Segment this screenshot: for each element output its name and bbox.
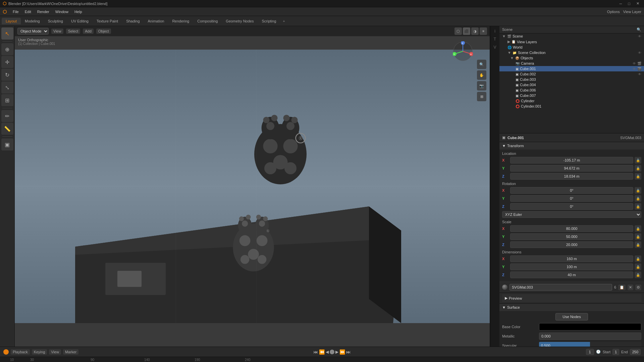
outliner-search-icon[interactable]: 🔍 bbox=[637, 27, 641, 32]
cube001-eye[interactable]: 👁 bbox=[633, 67, 636, 71]
tool-rotate[interactable]: ↻ bbox=[1, 69, 13, 81]
mat-settings-btn[interactable]: ⚙ bbox=[635, 285, 641, 290]
outliner-cube001[interactable]: ▣ Cube.001 👁 🎬 bbox=[499, 66, 644, 71]
camera-render[interactable]: 🎬 bbox=[637, 62, 641, 65]
rendered-btn[interactable]: ☀ bbox=[480, 27, 487, 35]
scale-z-field[interactable]: 20.000 bbox=[510, 241, 633, 248]
solid-btn[interactable]: ⬛ bbox=[463, 27, 470, 35]
outliner-cube004[interactable]: ▣ Cube.004 bbox=[499, 82, 644, 87]
mat-new-btn[interactable]: 📋 bbox=[618, 285, 626, 290]
tab-texture-paint[interactable]: Texture Paint bbox=[93, 18, 122, 24]
transform-header[interactable]: ▼ Transform bbox=[499, 142, 644, 149]
tool-move[interactable]: ✛ bbox=[1, 56, 13, 68]
rot-z-field[interactable]: 0° bbox=[510, 203, 633, 210]
menu-help[interactable]: Help bbox=[72, 9, 85, 14]
outliner-view-layers[interactable]: ▶ 📋 View Layers bbox=[505, 39, 644, 45]
object-btn[interactable]: Object bbox=[96, 28, 111, 34]
scale-y-field[interactable]: 50.000 bbox=[510, 233, 633, 240]
viewport[interactable]: Object Mode View Select Add Object ⬡ ⬛ ◑… bbox=[15, 26, 490, 347]
select-btn[interactable]: Select bbox=[66, 28, 80, 34]
scale-x-lock[interactable]: 🔒 bbox=[635, 225, 641, 232]
current-frame[interactable]: 1 bbox=[586, 349, 594, 355]
start-frame[interactable]: 1 bbox=[612, 349, 619, 355]
object-mode-select[interactable]: Object Mode bbox=[17, 28, 49, 35]
rot-y-lock[interactable]: 🔒 bbox=[635, 195, 641, 202]
menu-file[interactable]: File bbox=[10, 9, 21, 14]
menu-edit[interactable]: Edit bbox=[22, 9, 34, 14]
use-nodes-btn[interactable]: Use Nodes bbox=[555, 313, 588, 320]
viewport-gizmo[interactable]: Z X Y bbox=[453, 41, 473, 62]
outliner-world[interactable]: 🌐 World bbox=[505, 45, 644, 50]
metallic-field[interactable]: 0.000 bbox=[539, 333, 641, 340]
tab-sculpting[interactable]: Sculpting bbox=[44, 18, 67, 24]
surface-header[interactable]: ▼ Settings Surface bbox=[499, 304, 644, 311]
rot-x-field[interactable]: 0° bbox=[510, 187, 633, 194]
mat-del-btn[interactable]: ✕ bbox=[628, 285, 633, 290]
eye-icon[interactable]: 👁 bbox=[638, 35, 641, 38]
dim-z-lock[interactable]: 🔒 bbox=[635, 272, 641, 278]
loc-y-field[interactable]: 94.672 m bbox=[510, 165, 633, 172]
record-btn[interactable] bbox=[330, 350, 334, 354]
lookdev-btn[interactable]: ◑ bbox=[471, 27, 479, 35]
wireframe-btn[interactable]: ⬡ bbox=[454, 27, 462, 35]
tab-layout[interactable]: Layout bbox=[2, 18, 21, 24]
move-view-btn[interactable]: ✋ bbox=[477, 70, 486, 80]
outliner-cube003[interactable]: ▣ Cube.003 bbox=[499, 77, 644, 82]
preview-header[interactable]: ▶ Preview bbox=[502, 294, 641, 302]
outliner-cube002[interactable]: ▣ Cube.002 👁 bbox=[499, 71, 644, 77]
prev-frame-btn[interactable]: ⏪ bbox=[319, 349, 325, 355]
view-timeline-btn[interactable]: View bbox=[49, 349, 61, 355]
rot-z-lock[interactable]: 🔒 bbox=[635, 203, 641, 210]
loc-z-lock[interactable]: 🔒 bbox=[635, 173, 641, 180]
tab-rendering[interactable]: Rendering bbox=[168, 18, 193, 24]
zoom-in-btn[interactable]: 🔍 bbox=[477, 60, 486, 69]
options-label[interactable]: Options bbox=[604, 10, 623, 14]
tab-uv-editing[interactable]: UV Editing bbox=[67, 18, 93, 24]
outliner-cylinder001[interactable]: ⭕ Cylinder.001 bbox=[499, 104, 644, 109]
tool-scale[interactable]: ⤡ bbox=[1, 81, 13, 94]
dim-x-field[interactable]: 160 m bbox=[510, 255, 633, 262]
specular-slider[interactable]: 0.500 bbox=[539, 342, 641, 347]
loc-y-lock[interactable]: 🔒 bbox=[635, 165, 641, 172]
minimize-btn[interactable]: ─ bbox=[618, 2, 624, 6]
loc-x-lock[interactable]: 🔒 bbox=[635, 157, 641, 164]
scale-x-field[interactable]: 80.000 bbox=[510, 225, 633, 232]
add-btn[interactable]: Add bbox=[83, 28, 94, 34]
item-tab[interactable]: i bbox=[491, 27, 499, 35]
scale-z-lock[interactable]: 🔒 bbox=[635, 241, 641, 248]
grid-btn[interactable]: ⊞ bbox=[477, 92, 486, 101]
tab-compositing[interactable]: Compositing bbox=[193, 18, 222, 24]
outliner-cube006[interactable]: ▣ Cube.006 bbox=[499, 87, 644, 93]
rot-y-field[interactable]: 0° bbox=[510, 195, 633, 202]
cube002-eye[interactable]: 👁 bbox=[638, 72, 641, 76]
tab-geometry-nodes[interactable]: Geometry Nodes bbox=[222, 18, 258, 24]
tab-scripting[interactable]: Scripting bbox=[258, 18, 280, 24]
end-frame[interactable]: 250 bbox=[630, 349, 641, 355]
tool-cursor[interactable]: ⊕ bbox=[1, 43, 13, 55]
rot-x-lock[interactable]: 🔒 bbox=[635, 187, 641, 194]
dim-x-lock[interactable]: 🔒 bbox=[635, 255, 641, 262]
loc-z-field[interactable]: 18.034 m bbox=[510, 173, 633, 180]
outliner-camera[interactable]: 📷 Camera 👁 🎬 bbox=[499, 61, 644, 66]
scale-y-lock[interactable]: 🔒 bbox=[635, 233, 641, 240]
rot-mode-select[interactable]: XYZ Euler bbox=[502, 211, 641, 218]
keying-btn[interactable]: Keying bbox=[32, 349, 47, 355]
outliner-item-scene[interactable]: ▼ 🎬 Scene 👁 bbox=[499, 34, 644, 39]
camera-eye[interactable]: 👁 bbox=[633, 62, 636, 65]
jump-start-btn[interactable]: ⏮ bbox=[313, 349, 318, 355]
tool-select[interactable]: ↖ bbox=[1, 27, 13, 40]
close-btn[interactable]: ✕ bbox=[634, 1, 641, 6]
outliner-cylinder[interactable]: ⭕ Cylinder bbox=[499, 98, 644, 104]
scene-collection-eye[interactable]: 👁 bbox=[638, 51, 641, 55]
tool-transform[interactable]: ⊞ bbox=[1, 94, 13, 106]
frame-indicator[interactable] bbox=[3, 349, 9, 355]
marker-btn[interactable]: Marker bbox=[63, 349, 78, 355]
tab-shading[interactable]: Shading bbox=[122, 18, 144, 24]
prev-keyframe-btn[interactable]: ◀ bbox=[326, 350, 329, 354]
tab-modeling[interactable]: Modeling bbox=[21, 18, 44, 24]
menu-render[interactable]: Render bbox=[35, 9, 52, 14]
view-btn[interactable]: View bbox=[51, 28, 63, 34]
add-workspace-btn[interactable]: + bbox=[280, 18, 287, 24]
tool-add[interactable]: ▣ bbox=[1, 138, 13, 150]
base-color-swatch[interactable] bbox=[539, 323, 641, 330]
